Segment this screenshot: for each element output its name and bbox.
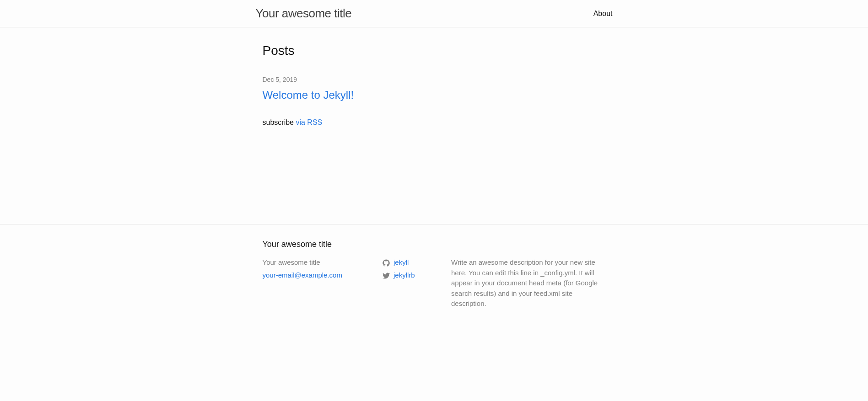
- site-title-link[interactable]: Your awesome title: [256, 5, 352, 22]
- github-icon: [383, 257, 390, 268]
- footer-heading: Your awesome title: [263, 238, 606, 251]
- page-content: Posts Dec 5, 2019 Welcome to Jekyll! sub…: [0, 27, 868, 224]
- footer-description: Write an awesome description for your ne…: [451, 257, 606, 309]
- post-item: Dec 5, 2019 Welcome to Jekyll!: [263, 74, 606, 103]
- footer-description-col: Write an awesome description for your ne…: [451, 257, 606, 309]
- rss-link[interactable]: via RSS: [296, 118, 322, 126]
- subscribe-label: subscribe: [263, 118, 296, 126]
- social-github-item: jekyll: [383, 257, 451, 268]
- site-nav: About: [593, 8, 613, 19]
- contact-email-link[interactable]: your-email@example.com: [263, 271, 342, 279]
- github-link[interactable]: jekyll: [394, 257, 409, 268]
- post-title-link[interactable]: Welcome to Jekyll!: [263, 87, 606, 103]
- site-footer: Your awesome title Your awesome title yo…: [0, 224, 868, 323]
- post-list: Dec 5, 2019 Welcome to Jekyll!: [263, 74, 606, 103]
- social-twitter-item: jekyllrb: [383, 270, 451, 281]
- twitter-icon: [383, 270, 390, 281]
- contact-name: Your awesome title: [263, 257, 383, 268]
- post-date: Dec 5, 2019: [263, 76, 297, 83]
- nav-about-link[interactable]: About: [593, 10, 613, 17]
- footer-social-col: jekyll jekyllrb: [383, 257, 451, 309]
- rss-subscribe: subscribe via RSS: [263, 117, 606, 128]
- posts-heading: Posts: [263, 41, 606, 60]
- footer-contact-col: Your awesome title your-email@example.co…: [263, 257, 383, 309]
- site-header: Your awesome title About: [0, 0, 868, 27]
- twitter-link[interactable]: jekyllrb: [394, 270, 415, 281]
